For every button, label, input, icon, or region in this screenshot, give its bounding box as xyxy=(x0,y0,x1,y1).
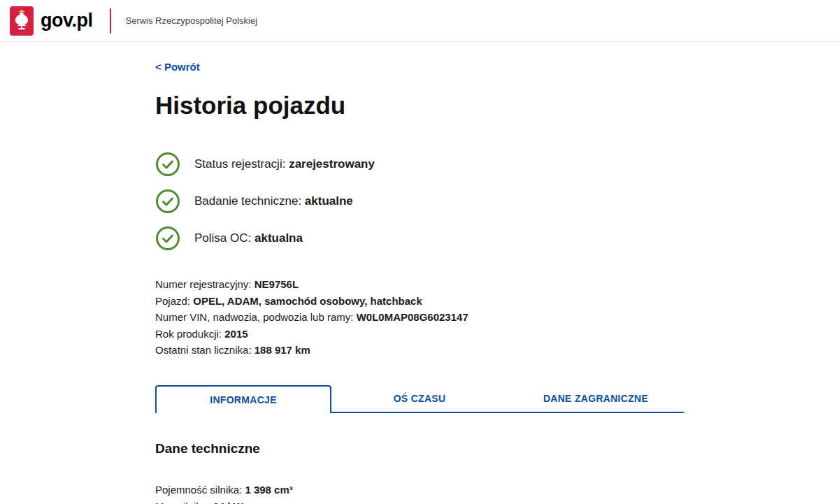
tech-label: Pojemność silnika: xyxy=(155,484,242,496)
check-circle-icon xyxy=(155,189,180,214)
status-label: Status rejestracji: xyxy=(194,157,285,171)
detail-odometer: Ostatni stan licznika: 188 917 km xyxy=(155,342,684,359)
technical-data-list: Pojemność silnika: 1 398 cm³ Moc silnika… xyxy=(155,482,684,504)
govpl-logo[interactable]: gov.pl xyxy=(10,6,93,36)
tech-value: 1 398 cm³ xyxy=(245,484,292,496)
tech-engine-capacity: Pojemność silnika: 1 398 cm³ xyxy=(155,482,684,499)
main-content: < Powrót Historia pojazdu Status rejestr… xyxy=(0,42,684,504)
detail-value: W0L0MAP08G6023147 xyxy=(357,311,468,323)
header-divider xyxy=(110,8,111,34)
header-tagline: Serwis Rzeczypospolitej Polskiej xyxy=(126,15,258,26)
detail-registration-number: Numer rejestracyjny: NE9756L xyxy=(155,276,684,293)
detail-label: Ostatni stan licznika: xyxy=(155,344,252,356)
status-label: Polisa OC: xyxy=(194,231,251,245)
detail-vehicle: Pojazd: OPEL, ADAM, samochód osobowy, ha… xyxy=(155,293,684,310)
tab-os-czasu[interactable]: OŚ CZASU xyxy=(331,385,508,413)
status-text: Status rejestracji: zarejestrowany xyxy=(194,157,375,171)
detail-label: Rok produkcji: xyxy=(155,328,222,340)
detail-value: 2015 xyxy=(224,328,248,340)
detail-production-year: Rok produkcji: 2015 xyxy=(155,326,684,343)
technical-section-title: Dane techniczne xyxy=(155,441,684,456)
check-circle-icon xyxy=(155,226,180,251)
status-list: Status rejestracji: zarejestrowany Badan… xyxy=(155,152,684,251)
status-row-inspection: Badanie techniczne: aktualne xyxy=(155,189,684,214)
detail-label: Numer rejestracyjny: xyxy=(155,278,252,290)
tech-engine-power: Moc silnika: 64 kW xyxy=(155,498,684,504)
tech-label: Moc silnika: xyxy=(155,501,210,504)
tech-value: 64 kW xyxy=(213,501,243,504)
detail-label: Numer VIN, nadwozia, podwozia lub ramy: xyxy=(155,311,353,323)
status-text: Badanie techniczne: aktualne xyxy=(194,194,353,208)
status-row-insurance: Polisa OC: aktualna xyxy=(155,226,684,251)
page-title: Historia pojazdu xyxy=(155,92,684,120)
brand-govpl[interactable]: gov.pl xyxy=(41,10,93,31)
detail-vin: Numer VIN, nadwozia, podwozia lub ramy: … xyxy=(155,309,684,326)
detail-label: Pojazd: xyxy=(155,295,190,307)
tab-informacje[interactable]: INFORMACJE xyxy=(155,385,331,413)
polish-eagle-icon xyxy=(10,6,34,36)
status-value: zarejestrowany xyxy=(289,157,375,171)
detail-value: NE9756L xyxy=(254,278,299,290)
tab-dane-zagraniczne[interactable]: DANE ZAGRANICZNE xyxy=(508,385,684,413)
status-value: aktualne xyxy=(305,194,353,208)
detail-value: OPEL, ADAM, samochód osobowy, hatchback xyxy=(193,295,422,307)
status-row-registration: Status rejestracji: zarejestrowany xyxy=(155,152,684,177)
status-label: Badanie techniczne: xyxy=(194,194,301,208)
check-circle-icon xyxy=(155,152,180,177)
back-link[interactable]: < Powrót xyxy=(155,61,200,73)
vehicle-details: Numer rejestracyjny: NE9756L Pojazd: OPE… xyxy=(155,276,684,359)
status-value: aktualna xyxy=(254,231,303,245)
detail-value: 188 917 km xyxy=(254,344,310,356)
status-text: Polisa OC: aktualna xyxy=(194,231,303,245)
tab-bar: INFORMACJE OŚ CZASU DANE ZAGRANICZNE xyxy=(155,385,684,413)
site-header: gov.pl Serwis Rzeczypospolitej Polskiej xyxy=(0,0,839,42)
